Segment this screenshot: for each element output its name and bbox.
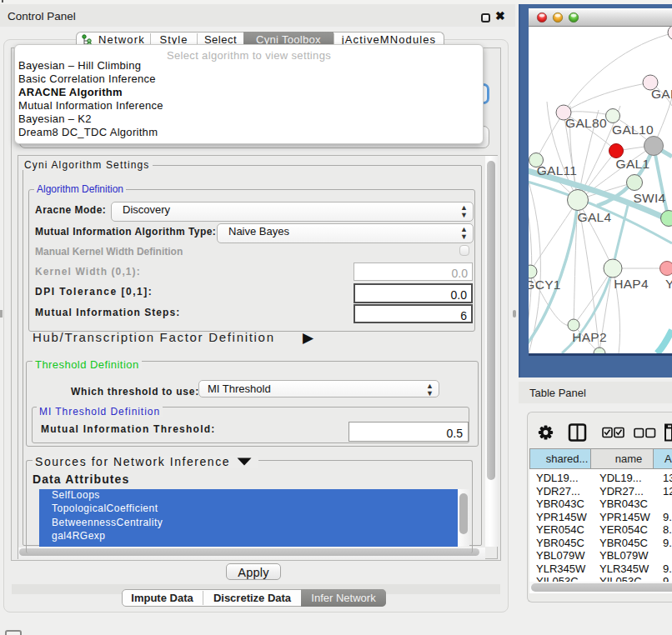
svg-text:YM: YM [665, 277, 672, 291]
svg-text:GAL80: GAL80 [565, 116, 607, 130]
svg-text:GCY1: GCY1 [529, 278, 561, 292]
svg-text:GAL7: GAL7 [651, 87, 672, 101]
svg-text:HAP2: HAP2 [572, 330, 607, 344]
svg-text:GAL1: GAL1 [616, 157, 650, 171]
svg-text:HAP4: HAP4 [614, 277, 649, 291]
svg-text:GAL4: GAL4 [578, 210, 612, 224]
svg-text:GAL10: GAL10 [612, 122, 654, 137]
svg-text:SWI4: SWI4 [633, 191, 665, 205]
svg-text:GAL11: GAL11 [537, 163, 578, 178]
